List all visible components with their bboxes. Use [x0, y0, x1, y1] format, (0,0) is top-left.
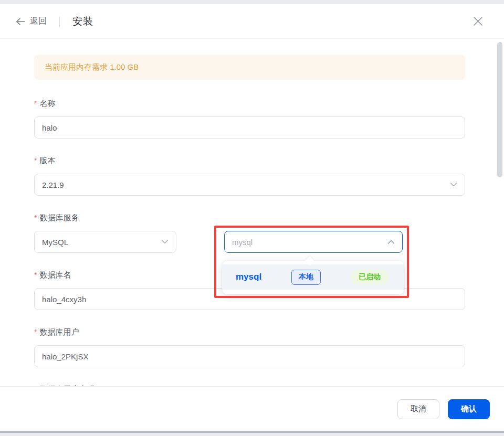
header-divider: [59, 16, 60, 27]
back-label: 返回: [30, 16, 47, 27]
chevron-down-icon: [161, 239, 169, 244]
required-mark: *: [34, 155, 37, 166]
install-drawer: 返回 安装 当前应用内存需求 1.00 GB * 名称: [0, 4, 504, 433]
version-select-value: 2.21.9: [42, 180, 64, 189]
db-instance-option-mysql[interactable]: mysql 本地 已启动: [222, 264, 404, 290]
name-label-text: 名称: [39, 98, 55, 109]
chevron-up-icon: [387, 239, 395, 244]
db-type-select-value: MySQL: [42, 238, 68, 247]
scrollbar-thumb[interactable]: [497, 42, 502, 177]
db-instance-placeholder: mysql: [232, 238, 253, 247]
field-group-name: * 名称: [34, 98, 465, 139]
chevron-down-icon: [450, 182, 457, 187]
db-service-row: MySQL mysql: [34, 231, 465, 253]
option-name: mysql: [236, 272, 261, 282]
memory-requirement-text: 当前应用内存需求 1.00 GB: [45, 62, 139, 72]
close-button[interactable]: [471, 15, 484, 28]
db-user-input[interactable]: [34, 345, 465, 367]
version-label: * 版本: [34, 155, 465, 166]
cancel-button[interactable]: 取消: [397, 399, 439, 419]
db-name-label-text: 数据库名: [39, 269, 71, 281]
page-canvas: 返回 安装 当前应用内存需求 1.00 GB * 名称: [0, 0, 504, 436]
arrow-left-icon: [16, 18, 25, 25]
required-mark: *: [34, 212, 37, 224]
drawer-footer: 取消 确认: [0, 386, 504, 431]
drawer-header: 返回 安装: [0, 4, 504, 39]
required-mark: *: [34, 326, 37, 338]
version-label-text: 版本: [39, 155, 55, 166]
field-group-version: * 版本 2.21.9: [34, 155, 465, 196]
db-type-select[interactable]: MySQL: [34, 231, 176, 253]
status-running-badge: 已启动: [351, 270, 388, 285]
db-service-label: * 数据库服务: [34, 212, 465, 224]
page-title: 安装: [72, 15, 93, 28]
db-user-label: * 数据库用户: [34, 326, 465, 338]
back-button[interactable]: 返回: [16, 16, 47, 27]
db-service-label-text: 数据库服务: [39, 212, 79, 224]
form-content: 当前应用内存需求 1.00 GB * 名称 * 版本 2.21.9: [0, 39, 504, 388]
local-badge: 本地: [291, 270, 321, 285]
confirm-button[interactable]: 确认: [448, 399, 490, 419]
required-mark: *: [34, 269, 37, 281]
memory-requirement-banner: 当前应用内存需求 1.00 GB: [34, 55, 465, 80]
close-icon: [473, 16, 483, 26]
field-group-db-user: * 数据库用户: [34, 326, 465, 367]
version-select[interactable]: 2.21.9: [34, 174, 465, 196]
field-group-db-service: * 数据库服务 MySQL mysql: [34, 212, 465, 253]
name-label: * 名称: [34, 98, 465, 109]
db-user-label-text: 数据库用户: [39, 326, 79, 338]
db-instance-dropdown: mysql 本地 已启动: [222, 261, 404, 294]
required-mark: *: [34, 98, 37, 109]
name-input[interactable]: [34, 116, 465, 139]
db-instance-select[interactable]: mysql: [224, 231, 403, 253]
